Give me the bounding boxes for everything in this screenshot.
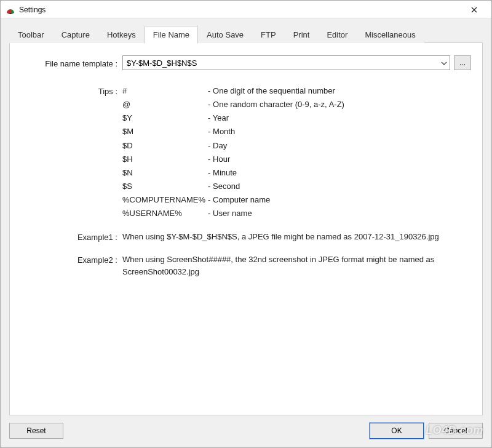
tip-symbol: @ — [122, 98, 205, 111]
tab-print[interactable]: Print — [285, 26, 319, 43]
tip-symbol: $N — [122, 167, 205, 179]
tab-file-name[interactable]: File Name — [145, 26, 198, 44]
tab-hotkeys[interactable]: Hotkeys — [98, 26, 145, 43]
tip-desc: - Hour — [208, 153, 471, 166]
cancel-button[interactable]: Cancel — [429, 423, 483, 439]
tip-desc: - One random character (0-9, a-z, A-Z) — [208, 98, 471, 111]
example1-text: When using $Y-$M-$D_$H$N$S, a JPEG file … — [122, 231, 471, 243]
app-icon — [6, 5, 15, 15]
browse-button[interactable]: ... — [454, 55, 471, 70]
example1-row: Example1 : When using $Y-$M-$D_$H$N$S, a… — [21, 231, 471, 243]
tab-panel: File name template : ... Tips : # - One … — [9, 42, 483, 415]
example2-row: Example2 : When using ScreenShot#####, t… — [21, 254, 471, 278]
tab-capture[interactable]: Capture — [53, 26, 98, 43]
window-title: Settings — [19, 6, 462, 14]
example1-label: Example1 : — [21, 231, 122, 242]
tip-symbol: $Y — [122, 112, 205, 124]
tip-desc: - Minute — [208, 167, 471, 179]
tip-symbol: $M — [122, 126, 205, 138]
tip-desc: - Year — [208, 112, 471, 124]
template-row: File name template : ... — [21, 55, 471, 70]
tip-desc: - Day — [208, 140, 471, 152]
tip-symbol: %USERNAME% — [122, 207, 205, 220]
ok-button[interactable]: OK — [370, 423, 424, 439]
tips-label: Tips : — [21, 85, 122, 96]
tip-symbol: $H — [122, 153, 205, 166]
content-area: Toolbar Capture Hotkeys File Name Auto S… — [1, 19, 491, 418]
settings-window: Settings Toolbar Capture Hotkeys File Na… — [0, 0, 492, 448]
tabs-bar: Toolbar Capture Hotkeys File Name Auto S… — [9, 25, 483, 43]
tip-desc: - Computer name — [208, 194, 471, 206]
tab-toolbar[interactable]: Toolbar — [9, 26, 53, 43]
tab-miscellaneous[interactable]: Miscellaneous — [356, 26, 424, 43]
tip-desc: - Month — [208, 126, 471, 138]
tip-desc: - One digit of the sequential number — [208, 85, 471, 97]
example2-label: Example2 : — [21, 254, 122, 265]
tip-symbol: $D — [122, 140, 205, 152]
footer: Reset OK Cancel — [1, 418, 491, 447]
close-icon[interactable] — [462, 5, 486, 15]
example2-text: When using ScreenShot#####, the 32nd scr… — [122, 254, 471, 278]
chevron-down-icon[interactable] — [438, 60, 450, 66]
tip-symbol: $S — [122, 180, 205, 193]
tip-desc: - Second — [208, 180, 471, 193]
tab-ftp[interactable]: FTP — [252, 26, 285, 43]
tip-desc: - User name — [208, 207, 471, 220]
template-combo[interactable] — [122, 55, 450, 70]
tip-symbol: %COMPUTERNAME% — [122, 194, 205, 206]
tips-row: Tips : # - One digit of the sequential n… — [21, 85, 471, 220]
tab-auto-save[interactable]: Auto Save — [198, 26, 252, 43]
reset-button[interactable]: Reset — [9, 423, 63, 439]
titlebar: Settings — [1, 1, 491, 19]
tab-editor[interactable]: Editor — [318, 26, 356, 43]
tips-list: # - One digit of the sequential number @… — [122, 85, 471, 220]
template-input[interactable] — [123, 57, 438, 69]
tip-symbol: # — [122, 85, 205, 97]
template-label: File name template : — [21, 57, 122, 68]
